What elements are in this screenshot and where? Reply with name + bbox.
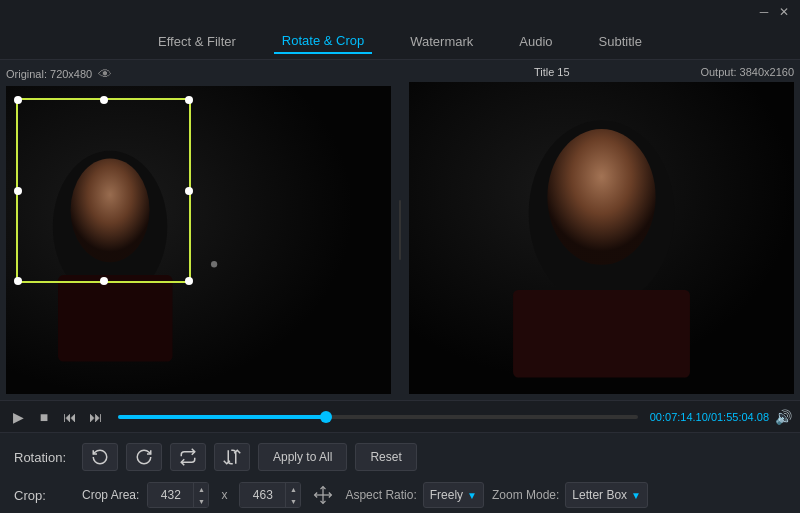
left-panel-label: Original: 720x480 👁 bbox=[6, 66, 391, 82]
left-video-svg bbox=[6, 86, 391, 394]
zoom-mode-value: Letter Box bbox=[572, 488, 627, 502]
svg-point-9 bbox=[547, 129, 655, 265]
right-preview-box[interactable] bbox=[409, 82, 794, 394]
svg-rect-10 bbox=[513, 290, 690, 378]
crop-width-group: ▲ ▼ bbox=[147, 482, 209, 508]
volume-icon[interactable]: 🔊 bbox=[775, 409, 792, 425]
eye-icon[interactable]: 👁 bbox=[98, 66, 112, 82]
rotate-ccw-icon bbox=[91, 448, 109, 466]
original-label: Original: 720x480 bbox=[6, 68, 92, 80]
rotation-row: Rotation: bbox=[14, 443, 786, 471]
crop-height-down[interactable]: ▼ bbox=[286, 495, 300, 507]
left-preview-box[interactable] bbox=[6, 86, 391, 394]
flip-h-icon bbox=[179, 448, 197, 466]
zoom-mode-label: Zoom Mode: bbox=[492, 488, 559, 502]
x-separator: x bbox=[221, 488, 227, 502]
rotate-cw-button[interactable] bbox=[126, 443, 162, 471]
flip-v-button[interactable] bbox=[214, 443, 250, 471]
aspect-ratio-select[interactable]: Freely ▼ bbox=[423, 482, 484, 508]
reset-button[interactable]: Reset bbox=[355, 443, 416, 471]
divider-line bbox=[399, 200, 401, 260]
aspect-ratio-group: Aspect Ratio: Freely ▼ bbox=[345, 482, 484, 508]
progress-fill bbox=[118, 415, 326, 419]
main-content: Original: 720x480 👁 bbox=[0, 60, 800, 400]
svg-rect-4 bbox=[58, 275, 172, 361]
apply-to-all-button[interactable]: Apply to All bbox=[258, 443, 347, 471]
output-label: Output: 3840x2160 bbox=[700, 66, 794, 78]
crop-width-up[interactable]: ▲ bbox=[194, 483, 208, 495]
move-svg-icon bbox=[313, 485, 333, 505]
crop-width-spinners: ▲ ▼ bbox=[193, 483, 208, 507]
flip-v-icon bbox=[223, 448, 241, 466]
controls-panel: Rotation: bbox=[0, 432, 800, 513]
title-bar: ─ ✕ bbox=[0, 0, 800, 24]
minimize-button[interactable]: ─ bbox=[756, 4, 772, 20]
svg-point-5 bbox=[211, 261, 217, 267]
tab-rotate-crop[interactable]: Rotate & Crop bbox=[274, 29, 372, 54]
crop-width-input[interactable] bbox=[148, 483, 193, 507]
crop-height-input[interactable] bbox=[240, 483, 285, 507]
aspect-ratio-arrow: ▼ bbox=[467, 490, 477, 501]
next-button[interactable]: ⏭ bbox=[86, 409, 106, 425]
left-panel: Original: 720x480 👁 bbox=[6, 66, 391, 394]
aspect-ratio-value: Freely bbox=[430, 488, 463, 502]
tab-effect-filter[interactable]: Effect & Filter bbox=[150, 30, 244, 53]
playback-bar: ▶ ■ ⏮ ⏭ 00:07:14.10/01:55:04.08 🔊 bbox=[0, 400, 800, 432]
tab-subtitle[interactable]: Subtitle bbox=[591, 30, 650, 53]
tab-audio[interactable]: Audio bbox=[511, 30, 560, 53]
crop-label: Crop: bbox=[14, 488, 74, 503]
crop-height-group: ▲ ▼ bbox=[239, 482, 301, 508]
crop-width-down[interactable]: ▼ bbox=[194, 495, 208, 507]
progress-thumb[interactable] bbox=[320, 411, 332, 423]
title-label: Title 15 bbox=[534, 66, 570, 78]
move-icon[interactable] bbox=[309, 481, 337, 509]
right-panel: Title 15 Output: 3840x2160 bbox=[409, 66, 794, 394]
left-video-content bbox=[6, 86, 391, 394]
rotate-cw-icon bbox=[135, 448, 153, 466]
crop-area-label: Crop Area: bbox=[82, 488, 139, 502]
zoom-mode-group: Zoom Mode: Letter Box ▼ bbox=[492, 482, 648, 508]
progress-bar[interactable] bbox=[118, 415, 638, 419]
tab-bar: Effect & Filter Rotate & Crop Watermark … bbox=[0, 24, 800, 60]
aspect-ratio-label: Aspect Ratio: bbox=[345, 488, 416, 502]
crop-height-spinners: ▲ ▼ bbox=[285, 483, 300, 507]
rotate-ccw-button[interactable] bbox=[82, 443, 118, 471]
tab-watermark[interactable]: Watermark bbox=[402, 30, 481, 53]
panel-divider bbox=[397, 66, 403, 394]
close-button[interactable]: ✕ bbox=[776, 4, 792, 20]
time-display: 00:07:14.10/01:55:04.08 bbox=[650, 411, 769, 423]
crop-height-up[interactable]: ▲ bbox=[286, 483, 300, 495]
prev-button[interactable]: ⏮ bbox=[60, 409, 80, 425]
zoom-mode-arrow: ▼ bbox=[631, 490, 641, 501]
stop-button[interactable]: ■ bbox=[34, 409, 54, 425]
right-video-svg bbox=[409, 82, 794, 394]
rotation-label: Rotation: bbox=[14, 450, 74, 465]
crop-row: Crop: Crop Area: ▲ ▼ x ▲ ▼ bbox=[14, 481, 786, 509]
flip-h-button[interactable] bbox=[170, 443, 206, 471]
right-panel-label: Title 15 Output: 3840x2160 bbox=[409, 66, 794, 78]
zoom-mode-select[interactable]: Letter Box ▼ bbox=[565, 482, 648, 508]
play-button[interactable]: ▶ bbox=[8, 409, 28, 425]
svg-point-3 bbox=[71, 158, 150, 262]
